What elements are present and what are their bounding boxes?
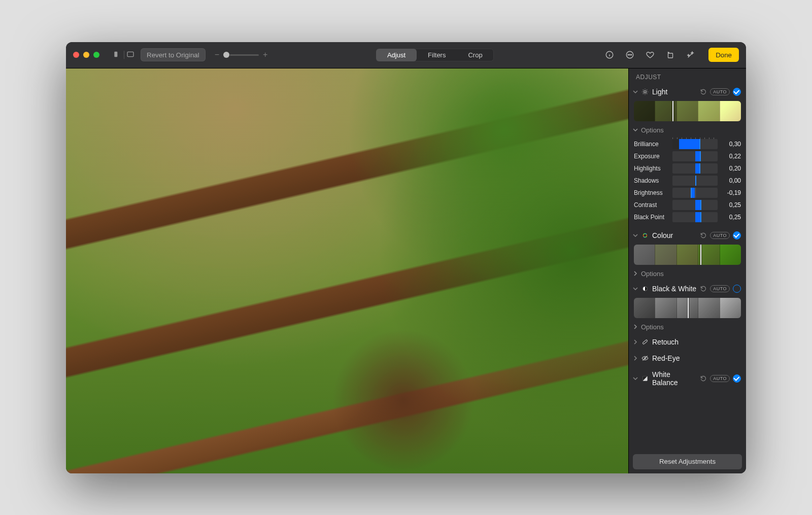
- done-button[interactable]: Done: [708, 48, 739, 62]
- window-minimize-button[interactable]: [83, 52, 89, 58]
- zoom-slider[interactable]: [223, 54, 259, 56]
- options-label: Options: [641, 323, 664, 331]
- auto-enhance-icon[interactable]: [682, 48, 699, 61]
- zoom-in-icon[interactable]: +: [262, 50, 268, 59]
- slider-track[interactable]: [672, 176, 718, 186]
- chevron-down-icon[interactable]: [633, 89, 638, 94]
- slider-track[interactable]: [672, 212, 718, 222]
- auto-button[interactable]: AUTO: [710, 375, 730, 382]
- colour-intensity-strip[interactable]: [634, 245, 741, 265]
- slider-highlights: Highlights0,20: [634, 163, 741, 174]
- section-enable-toggle[interactable]: [733, 285, 741, 293]
- favorite-icon[interactable]: [641, 48, 659, 61]
- auto-button[interactable]: AUTO: [710, 232, 730, 239]
- section-redeye[interactable]: Red-Eye: [629, 350, 746, 366]
- svg-point-4: [628, 54, 629, 55]
- slider-value: 0,30: [722, 141, 741, 148]
- chevron-right-icon: [633, 324, 638, 329]
- reset-icon[interactable]: [700, 375, 707, 382]
- window-controls: [73, 52, 99, 58]
- slider-track[interactable]: [672, 139, 718, 149]
- photo-canvas[interactable]: [66, 68, 628, 473]
- section-enable-toggle[interactable]: [733, 374, 741, 383]
- slider-value: 0,25: [722, 201, 741, 209]
- chevron-down-icon: [633, 127, 638, 132]
- bw-circle-icon: [641, 285, 649, 292]
- section-redeye-title: Red-Eye: [652, 354, 741, 362]
- tab-crop[interactable]: Crop: [457, 49, 493, 61]
- reset-icon[interactable]: [700, 88, 707, 95]
- sidebar-right-icon: [124, 50, 137, 60]
- slider-brilliance: Brilliance0,30: [634, 139, 741, 149]
- slider-shadows: Shadows0,00: [634, 176, 741, 186]
- auto-button[interactable]: AUTO: [710, 88, 730, 95]
- chevron-right-icon: [633, 271, 638, 276]
- eye-slash-icon: [641, 355, 649, 362]
- toolbar: Revert to Original − + Adjust Filters Cr…: [66, 42, 746, 68]
- section-light-title: Light: [652, 88, 697, 96]
- svg-rect-14: [642, 339, 648, 344]
- strip-marker: [672, 101, 673, 121]
- info-icon[interactable]: [601, 48, 618, 61]
- slider-value: 0,00: [722, 177, 741, 184]
- reset-icon[interactable]: [700, 232, 707, 239]
- window-close-button[interactable]: [73, 52, 79, 58]
- strip-marker: [688, 298, 689, 318]
- options-label: Options: [641, 270, 664, 278]
- slider-track[interactable]: [672, 200, 718, 210]
- slider-track[interactable]: [672, 163, 718, 174]
- svg-rect-1: [127, 52, 133, 56]
- chevron-right-icon: [633, 356, 638, 361]
- tab-adjust[interactable]: Adjust: [376, 49, 417, 61]
- chevron-down-icon[interactable]: [633, 286, 638, 291]
- section-enable-toggle[interactable]: [733, 88, 741, 96]
- chevron-down-icon[interactable]: [633, 376, 638, 381]
- light-sliders: Brilliance0,30Exposure0,22Highlights0,20…: [629, 139, 746, 227]
- zoom-control[interactable]: − +: [214, 50, 269, 59]
- sidebar-left-icon: [112, 50, 124, 60]
- zoom-out-icon[interactable]: −: [214, 50, 220, 59]
- light-intensity-strip[interactable]: [634, 101, 741, 121]
- section-enable-toggle[interactable]: [733, 231, 741, 239]
- app-window: Revert to Original − + Adjust Filters Cr…: [66, 42, 746, 473]
- slider-label: Highlights: [634, 165, 668, 172]
- rotate-icon[interactable]: [662, 48, 679, 61]
- slider-label: Contrast: [634, 201, 668, 209]
- sidebar-toggle-segment[interactable]: [112, 50, 137, 60]
- bw-intensity-strip[interactable]: [634, 298, 741, 318]
- tab-filters[interactable]: Filters: [417, 49, 457, 61]
- slider-label: Brightness: [634, 189, 668, 196]
- slider-value: 0,20: [722, 165, 741, 172]
- wb-swatch-icon: [641, 375, 649, 382]
- sidebar-title: ADJUST: [629, 68, 746, 84]
- sun-icon: [641, 88, 649, 95]
- section-white-balance: White Balance AUTO: [629, 366, 746, 392]
- slider-contrast: Contrast0,25: [634, 200, 741, 210]
- reset-adjustments-button[interactable]: Reset Adjustments: [633, 454, 742, 469]
- svg-rect-0: [115, 52, 117, 56]
- section-retouch[interactable]: Retouch: [629, 334, 746, 350]
- content-area: ADJUST Light AUTO: [66, 68, 746, 473]
- colour-ring-icon: [641, 232, 649, 239]
- section-colour: Colour AUTO: [629, 227, 746, 281]
- svg-rect-7: [668, 53, 673, 58]
- svg-point-5: [629, 54, 630, 55]
- slider-track[interactable]: [672, 188, 718, 198]
- svg-point-6: [631, 54, 632, 55]
- more-icon[interactable]: [621, 48, 638, 61]
- bw-options-toggle[interactable]: Options: [629, 322, 746, 334]
- slider-track[interactable]: [672, 151, 718, 161]
- bandage-icon: [641, 338, 649, 346]
- window-fullscreen-button[interactable]: [93, 52, 99, 58]
- reset-icon[interactable]: [700, 285, 707, 292]
- edited-photo: [66, 68, 628, 473]
- slider-value: -0,19: [722, 189, 741, 196]
- colour-options-toggle[interactable]: Options: [629, 269, 746, 281]
- section-wb-title: White Balance: [652, 370, 697, 387]
- section-bw-title: Black & White: [652, 285, 697, 293]
- auto-button[interactable]: AUTO: [710, 285, 730, 292]
- chevron-down-icon[interactable]: [633, 233, 638, 238]
- light-options-toggle[interactable]: Options: [629, 125, 746, 137]
- revert-button[interactable]: Revert to Original: [141, 48, 206, 61]
- slider-label: Shadows: [634, 177, 668, 184]
